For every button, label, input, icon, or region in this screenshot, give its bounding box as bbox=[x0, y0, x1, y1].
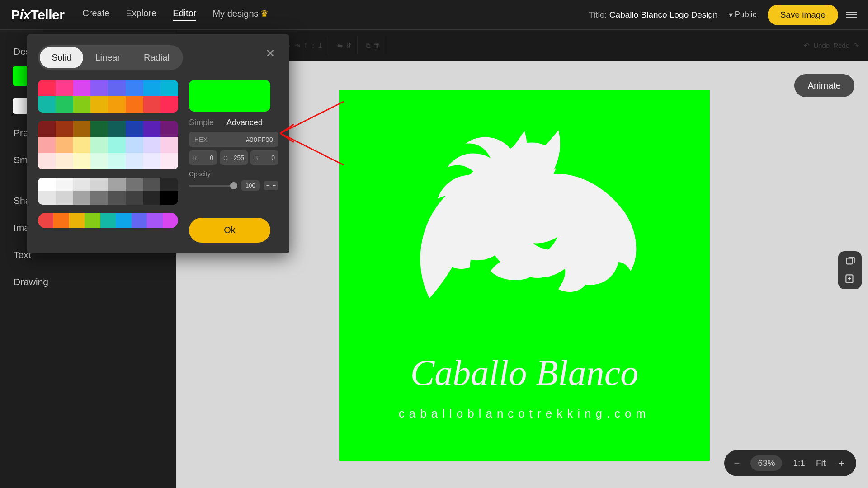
color-swatch[interactable] bbox=[90, 121, 108, 137]
nav-mydesigns[interactable]: My designs♛ bbox=[212, 8, 268, 21]
align-middle-icon[interactable]: ↕ bbox=[311, 42, 315, 49]
nav-explore[interactable]: Explore bbox=[126, 8, 156, 21]
color-swatch[interactable] bbox=[160, 80, 178, 96]
zoom-fit-button[interactable]: Fit bbox=[816, 458, 826, 468]
color-swatch[interactable] bbox=[90, 191, 108, 205]
palette-greys[interactable] bbox=[38, 178, 178, 205]
design-title-text[interactable]: Caballo Blanco bbox=[339, 352, 710, 394]
nav-create[interactable]: Create bbox=[82, 8, 109, 21]
color-swatch[interactable] bbox=[116, 213, 131, 228]
close-icon[interactable]: ✕ bbox=[262, 45, 278, 61]
mode-advanced[interactable]: Advanced bbox=[226, 118, 263, 127]
save-button[interactable]: Save image bbox=[768, 5, 838, 25]
visibility-toggle[interactable]: ▾ Public bbox=[729, 10, 757, 20]
color-swatch[interactable] bbox=[126, 153, 143, 169]
redo-icon[interactable]: ↷ bbox=[853, 42, 859, 50]
opacity-slider[interactable] bbox=[189, 185, 237, 187]
color-swatch[interactable] bbox=[38, 213, 53, 228]
color-swatch[interactable] bbox=[38, 178, 56, 191]
ok-button[interactable]: Ok bbox=[189, 218, 270, 243]
color-swatch[interactable] bbox=[108, 191, 126, 205]
nav-editor[interactable]: Editor bbox=[173, 8, 196, 21]
opacity-stepper[interactable]: −+ bbox=[264, 181, 278, 190]
color-swatch[interactable] bbox=[108, 96, 126, 113]
color-swatch[interactable] bbox=[73, 178, 91, 191]
sidebar-item-drawing[interactable]: Drawing bbox=[0, 268, 176, 296]
color-swatch[interactable] bbox=[143, 121, 161, 137]
color-swatch[interactable] bbox=[126, 137, 143, 153]
design-artboard[interactable]: Caballo Blanco caballoblancotrekking.com bbox=[339, 90, 710, 461]
align-top-icon[interactable]: ⤒ bbox=[303, 42, 309, 50]
color-swatch[interactable] bbox=[126, 191, 143, 205]
zoom-out-button[interactable]: − bbox=[734, 457, 740, 469]
color-swatch[interactable] bbox=[90, 153, 108, 169]
color-swatch[interactable] bbox=[143, 96, 161, 113]
color-swatch[interactable] bbox=[38, 191, 56, 205]
color-swatch[interactable] bbox=[108, 80, 126, 96]
tab-solid[interactable]: Solid bbox=[40, 47, 83, 68]
color-swatch[interactable] bbox=[53, 213, 69, 228]
color-swatch[interactable] bbox=[73, 137, 91, 153]
opacity-value[interactable]: 100 bbox=[241, 180, 260, 191]
undo-icon[interactable]: ↶ bbox=[804, 42, 810, 50]
flip-v-icon[interactable]: ⇵ bbox=[346, 42, 352, 50]
r-input[interactable] bbox=[198, 154, 213, 161]
g-field[interactable]: G bbox=[220, 150, 248, 165]
color-swatch[interactable] bbox=[126, 80, 143, 96]
color-swatch[interactable] bbox=[85, 213, 100, 228]
color-swatch[interactable] bbox=[108, 137, 126, 153]
design-title[interactable]: Title: Caballo Blanco Logo Design bbox=[589, 10, 718, 20]
color-swatch[interactable] bbox=[73, 121, 91, 137]
color-swatch[interactable] bbox=[126, 96, 143, 113]
duplicate-icon[interactable] bbox=[844, 256, 856, 267]
color-swatch[interactable] bbox=[132, 213, 147, 228]
color-swatch[interactable] bbox=[73, 191, 91, 205]
color-swatch[interactable] bbox=[108, 121, 126, 137]
align-bottom-icon[interactable]: ⤓ bbox=[317, 42, 323, 50]
color-swatch[interactable] bbox=[69, 213, 85, 228]
color-swatch[interactable] bbox=[38, 153, 56, 169]
hamburger-menu-icon[interactable] bbox=[846, 12, 857, 18]
color-swatch[interactable] bbox=[126, 178, 143, 191]
color-swatch[interactable] bbox=[73, 153, 91, 169]
color-swatch[interactable] bbox=[160, 96, 178, 113]
color-swatch[interactable] bbox=[143, 80, 161, 96]
mode-simple[interactable]: Simple bbox=[189, 118, 214, 127]
redo-button[interactable]: Redo bbox=[833, 42, 849, 49]
brand-logo[interactable]: PixTeller bbox=[11, 7, 64, 23]
color-swatch[interactable] bbox=[90, 178, 108, 191]
color-swatch[interactable] bbox=[38, 121, 56, 137]
design-subtitle-text[interactable]: caballoblancotrekking.com bbox=[339, 407, 710, 421]
palette-muted[interactable] bbox=[38, 121, 178, 169]
zoom-in-button[interactable]: ＋ bbox=[836, 456, 846, 470]
trash-icon[interactable]: 🗑 bbox=[373, 42, 380, 49]
color-swatch[interactable] bbox=[56, 178, 73, 191]
tab-linear[interactable]: Linear bbox=[83, 47, 132, 68]
color-swatch[interactable] bbox=[163, 213, 178, 228]
hex-input[interactable] bbox=[208, 136, 273, 143]
design-fg-swatch[interactable] bbox=[13, 98, 29, 114]
color-swatch[interactable] bbox=[73, 80, 91, 96]
color-swatch[interactable] bbox=[160, 121, 178, 137]
flip-h-icon[interactable]: ⇋ bbox=[337, 42, 343, 50]
palette-bright[interactable] bbox=[38, 80, 178, 113]
align-right-icon[interactable]: ⇥ bbox=[294, 42, 300, 50]
horse-graphic[interactable] bbox=[402, 127, 646, 325]
color-swatch[interactable] bbox=[143, 178, 161, 191]
zoom-ratio[interactable]: 1:1 bbox=[793, 458, 805, 468]
hex-field[interactable]: HEX bbox=[189, 132, 278, 147]
color-swatch[interactable] bbox=[38, 96, 56, 113]
color-swatch[interactable] bbox=[108, 153, 126, 169]
color-swatch[interactable] bbox=[56, 191, 73, 205]
g-input[interactable] bbox=[230, 154, 244, 161]
color-swatch[interactable] bbox=[126, 121, 143, 137]
color-swatch[interactable] bbox=[143, 137, 161, 153]
color-swatch[interactable] bbox=[56, 137, 73, 153]
color-swatch[interactable] bbox=[56, 153, 73, 169]
color-swatch[interactable] bbox=[160, 137, 178, 153]
color-swatch[interactable] bbox=[56, 121, 73, 137]
color-swatch[interactable] bbox=[90, 137, 108, 153]
color-swatch[interactable] bbox=[108, 178, 126, 191]
color-swatch[interactable] bbox=[160, 178, 178, 191]
color-swatch[interactable] bbox=[143, 153, 161, 169]
